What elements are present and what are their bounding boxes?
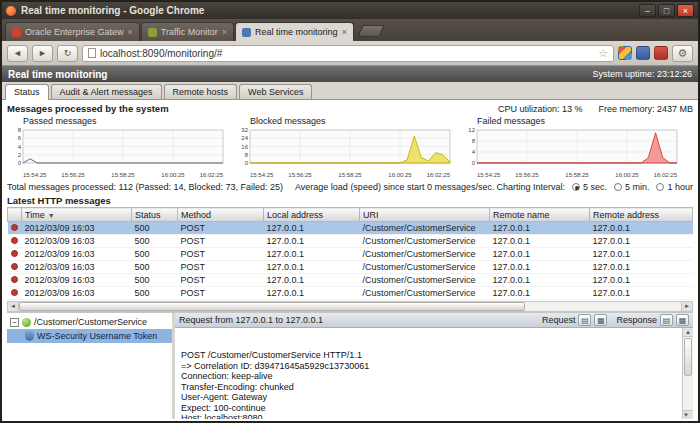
close-button[interactable]: × bbox=[677, 4, 694, 17]
svg-text:16:02:25: 16:02:25 bbox=[654, 172, 678, 178]
back-button[interactable]: ◄ bbox=[7, 45, 28, 62]
tree-item[interactable]: −/Customer/CustomerService bbox=[7, 315, 172, 329]
cell-local-address: 127.0.0.1 bbox=[264, 287, 360, 300]
window-title: Real time monitoring - Google Chrome bbox=[21, 5, 639, 16]
cell-time: 2012/03/09 16:03 bbox=[22, 287, 132, 300]
table-row[interactable]: 2012/03/09 16:03500POST127.0.0.1/Custome… bbox=[8, 235, 693, 248]
scroll-down-icon[interactable]: ▼ bbox=[683, 410, 693, 419]
cell-remote-name: 127.0.0.1 bbox=[490, 222, 590, 235]
maximize-button[interactable]: □ bbox=[658, 4, 675, 17]
vertical-scroll-thumb[interactable] bbox=[684, 338, 692, 376]
cell-local-address: 127.0.0.1 bbox=[264, 222, 360, 235]
browser-tab-real-time-monitoring[interactable]: Real time monitoring× bbox=[235, 22, 354, 41]
address-bar[interactable]: localhost:8090/monitoring/# ☆ bbox=[82, 45, 614, 62]
collapse-toggle-icon[interactable]: − bbox=[10, 318, 19, 327]
svg-text:0: 0 bbox=[18, 160, 22, 166]
column-header-remote-name[interactable]: Remote name bbox=[490, 208, 590, 222]
request-response-header: Request from 127.0.0.1 to 127.0.0.1 Requ… bbox=[175, 313, 693, 328]
scroll-right-icon[interactable]: ► bbox=[681, 302, 692, 311]
svg-text:0: 0 bbox=[472, 160, 476, 166]
cell-time: 2012/03/09 16:03 bbox=[22, 235, 132, 248]
vertical-scrollbar[interactable]: ▲ ▼ bbox=[682, 328, 693, 419]
wrench-menu-icon[interactable]: ⚙ bbox=[672, 45, 693, 62]
request-xml-view-icon[interactable]: ▦ bbox=[594, 314, 607, 326]
status-tab-content: Messages processed by the system CPU uti… bbox=[2, 100, 698, 421]
horizontal-scrollbar[interactable]: ◄ ► bbox=[7, 301, 693, 312]
window-titlebar[interactable]: Real time monitoring - Google Chrome – □… bbox=[2, 2, 698, 19]
status-dot-cell bbox=[8, 248, 22, 261]
chart-canvas: 0481215:54:2515:56:2515:58:2516:00:2516:… bbox=[461, 127, 680, 179]
url-text[interactable]: localhost:8090/monitoring/# bbox=[100, 48, 594, 59]
cell-status: 500 bbox=[132, 274, 178, 287]
column-header-time[interactable]: Time▼ bbox=[22, 208, 132, 222]
reload-button[interactable]: ↻ bbox=[57, 45, 78, 62]
cell-remote-address: 127.0.0.1 bbox=[590, 261, 693, 274]
radio-5-sec-[interactable] bbox=[572, 183, 580, 191]
latest-http-title: Latest HTTP messages bbox=[7, 195, 693, 207]
tab-close-icon[interactable]: × bbox=[342, 28, 347, 37]
table-row[interactable]: 2012/03/09 16:03500POST127.0.0.1/Custome… bbox=[8, 274, 693, 287]
tab-close-icon[interactable]: × bbox=[128, 28, 133, 37]
browser-tab-oracle-enterprise-gatew[interactable]: Oracle Enterprise Gatew× bbox=[5, 22, 140, 41]
totals-text: Total messages processed: 112 (Passed: 1… bbox=[7, 182, 283, 192]
free-memory: Free memory: 2437 MB bbox=[598, 104, 693, 114]
chart-plot: 0816243215:54:2515:56:2515:58:2516:00:25… bbox=[234, 127, 453, 181]
request-route-text: Request from 127.0.0.1 to 127.0.0.1 bbox=[179, 315, 533, 325]
extension-icon-2[interactable] bbox=[636, 46, 650, 60]
cell-remote-name: 127.0.0.1 bbox=[490, 261, 590, 274]
minimize-button[interactable]: – bbox=[639, 4, 656, 17]
interval-option-1-hour[interactable]: 1 hour bbox=[656, 182, 693, 192]
interval-option-5-min-[interactable]: 5 min. bbox=[614, 182, 650, 192]
svg-text:6: 6 bbox=[18, 135, 22, 141]
svg-text:12: 12 bbox=[468, 127, 475, 133]
response-text-view-icon[interactable]: ▤ bbox=[660, 314, 673, 326]
page-tab-audit-alert-messages[interactable]: Audit & Alert messages bbox=[51, 84, 162, 99]
column-header-uri[interactable]: URI bbox=[360, 208, 490, 222]
scroll-left-icon[interactable]: ◄ bbox=[8, 302, 19, 311]
page-tab-web-services[interactable]: Web Services bbox=[239, 84, 312, 99]
response-xml-view-icon[interactable]: ▦ bbox=[676, 314, 689, 326]
column-header-local-address[interactable]: Local address bbox=[264, 208, 360, 222]
new-tab-button[interactable] bbox=[357, 25, 385, 37]
page-tab-remote-hosts[interactable]: Remote hosts bbox=[164, 84, 238, 99]
cell-status: 500 bbox=[132, 287, 178, 300]
svg-text:15:56:25: 15:56:25 bbox=[61, 172, 85, 178]
interval-option-5-sec-[interactable]: 5 sec. bbox=[572, 182, 607, 192]
cell-uri: /Customer/CustomerService bbox=[360, 248, 490, 261]
cell-time: 2012/03/09 16:03 bbox=[22, 274, 132, 287]
cell-status: 500 bbox=[132, 235, 178, 248]
radio-5-min-[interactable] bbox=[614, 183, 622, 191]
cell-remote-name: 127.0.0.1 bbox=[490, 235, 590, 248]
table-row[interactable]: 2012/03/09 16:03500POST127.0.0.1/Custome… bbox=[8, 222, 693, 235]
tab-close-icon[interactable]: × bbox=[222, 28, 227, 37]
extension-icon-1[interactable] bbox=[618, 46, 632, 60]
error-status-icon bbox=[11, 289, 18, 296]
extension-icon-3[interactable] bbox=[654, 46, 668, 60]
scroll-up-icon[interactable]: ▲ bbox=[683, 328, 693, 337]
column-header-method[interactable]: Method bbox=[178, 208, 264, 222]
chart-plot: 0481215:54:2515:56:2515:58:2516:00:2516:… bbox=[461, 127, 680, 181]
browser-tab-traffic-monitor[interactable]: Traffic Monitor× bbox=[141, 22, 234, 41]
http-request-text: POST /Customer/CustomerService HTTP/1.1 … bbox=[175, 328, 682, 419]
column-header-remote-address[interactable]: Remote address bbox=[590, 208, 693, 222]
cell-uri: /Customer/CustomerService bbox=[360, 222, 490, 235]
page-tab-status[interactable]: Status bbox=[5, 84, 49, 100]
browser-window: Real time monitoring - Google Chrome – □… bbox=[0, 0, 700, 423]
column-header-status[interactable]: Status bbox=[132, 208, 178, 222]
cell-remote-name: 127.0.0.1 bbox=[490, 287, 590, 300]
tree-item[interactable]: WS-Security Username Token bbox=[7, 329, 172, 343]
table-row[interactable]: 2012/03/09 16:03500POST127.0.0.1/Custome… bbox=[8, 261, 693, 274]
response-label: Response bbox=[616, 315, 657, 325]
browser-toolbar: ◄ ► ↻ localhost:8090/monitoring/# ☆ ⚙ bbox=[2, 41, 698, 66]
bookmark-star-icon[interactable]: ☆ bbox=[598, 48, 608, 59]
radio-1-hour[interactable] bbox=[656, 183, 664, 191]
horizontal-scroll-thumb[interactable] bbox=[19, 302, 525, 311]
chart-plot: 0246815:54:2515:56:2515:58:2516:00:2516:… bbox=[7, 127, 226, 181]
request-text-view-icon[interactable]: ▤ bbox=[578, 314, 591, 326]
table-row[interactable]: 2012/03/09 16:03500POST127.0.0.1/Custome… bbox=[8, 248, 693, 261]
chart-title: Failed messages bbox=[477, 116, 680, 127]
cpu-utilization: CPU utilization: 13 % bbox=[498, 104, 583, 114]
forward-button[interactable]: ► bbox=[32, 45, 53, 62]
table-row[interactable]: 2012/03/09 16:03500POST127.0.0.1/Custome… bbox=[8, 287, 693, 300]
interval-option-label: 5 sec. bbox=[583, 182, 607, 192]
